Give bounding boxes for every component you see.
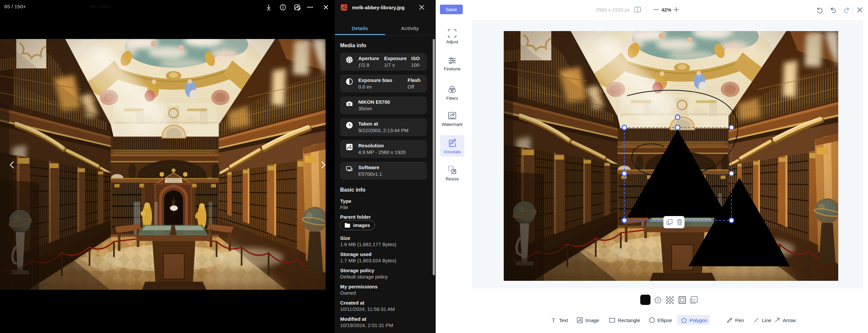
svg-text:T: T — [552, 318, 555, 323]
svg-text:#: # — [657, 299, 659, 302]
